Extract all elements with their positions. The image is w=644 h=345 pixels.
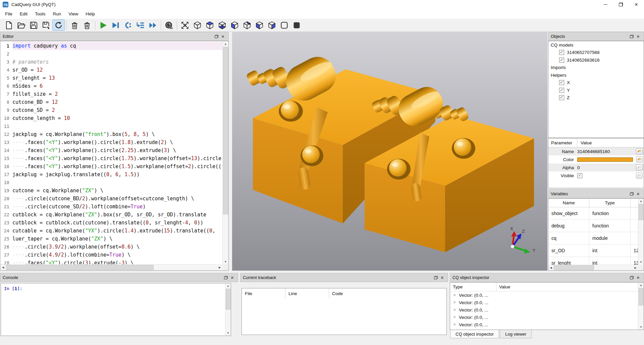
close-dock-button[interactable]: × xyxy=(229,274,235,281)
checkbox[interactable]: ✓ xyxy=(559,88,564,93)
editor-vertical-scrollbar[interactable]: ▲ ▼ xyxy=(222,41,228,264)
tree-item-cq-models[interactable]: CQ models xyxy=(548,41,644,49)
menu-view[interactable]: View xyxy=(65,9,82,19)
variables-vertical-scrollbar[interactable]: ▲ ▼ xyxy=(638,199,644,265)
new-file-button[interactable] xyxy=(3,19,15,31)
inspector-row[interactable]: >Vector: (0.0, ... xyxy=(450,291,644,299)
save-button[interactable] xyxy=(28,19,40,31)
scroll-down-icon: ▼ xyxy=(223,259,228,264)
float-button[interactable] xyxy=(223,274,229,281)
step-in-button[interactable] xyxy=(134,19,147,31)
variable-row-debug[interactable]: debugfunction xyxy=(548,220,644,232)
menu-edit[interactable]: Edit xyxy=(16,9,31,19)
open-file-button[interactable] xyxy=(15,19,28,31)
inspector-row[interactable]: >Vector: (0.0, ... xyxy=(450,314,644,321)
close-dock-button[interactable]: × xyxy=(635,274,641,281)
expand-chevron-icon[interactable]: > xyxy=(450,322,459,327)
inspector-row[interactable]: >Vector: (0.0, ... xyxy=(450,299,644,306)
front-view-button[interactable] xyxy=(228,19,241,31)
tree-item-y[interactable]: ✓Y xyxy=(548,86,644,94)
tree-item-label: Helpers xyxy=(551,73,567,78)
variable-name: debug xyxy=(548,220,589,232)
tree-item-z[interactable]: ✓Z xyxy=(548,94,644,102)
close-dock-button[interactable]: × xyxy=(220,33,226,40)
debug-button[interactable] xyxy=(109,19,122,31)
code-editor[interactable]: 1import cadquery as cq23# parameters4sr_… xyxy=(0,41,222,264)
checkbox[interactable]: ✓ xyxy=(559,95,564,100)
expand-chevron-icon[interactable]: > xyxy=(450,315,459,320)
undo-button[interactable]: ↶ xyxy=(636,156,643,162)
delete-imported-button[interactable] xyxy=(81,19,93,31)
right-view-button[interactable] xyxy=(266,19,278,31)
fit-view-button[interactable] xyxy=(179,19,191,31)
variables-horizontal-scrollbar[interactable]: ◀ ▶ xyxy=(548,265,638,270)
code-line: 28····.faces("<Y").circle(3).extrude(-3)… xyxy=(0,259,222,264)
left-view-button[interactable] xyxy=(253,19,266,31)
step-button[interactable] xyxy=(122,19,134,31)
tree-item-x[interactable]: ✓X xyxy=(548,79,644,87)
menu-help[interactable]: Help xyxy=(82,9,99,19)
close-dock-button[interactable]: × xyxy=(439,274,445,281)
console-vertical-scrollbar[interactable]: ▲ ▼ xyxy=(225,283,231,336)
screenshot-button[interactable] xyxy=(163,19,175,31)
float-button[interactable] xyxy=(629,274,635,281)
menu-tools[interactable]: Tools xyxy=(31,9,49,19)
tab-log-viewer[interactable]: Log viewer xyxy=(500,330,532,338)
save-as-button[interactable] xyxy=(40,19,52,31)
checkbox[interactable]: ✓ xyxy=(577,173,582,178)
tree-item-helpers[interactable]: Helpers xyxy=(548,71,644,79)
inspector-row[interactable]: >Vector: (0.0, ... xyxy=(450,321,644,328)
restore-button[interactable] xyxy=(613,0,629,9)
bottom-dock-tabs: CQ object inspectorLog viewer xyxy=(450,330,532,338)
code-line: 15····.faces("<Y").workplane().circle(1.… xyxy=(0,154,222,162)
expand-chevron-icon[interactable]: > xyxy=(450,293,459,297)
inspector-dock: CQ object inspector × Type Value >Vector… xyxy=(450,273,644,338)
scroll-right-icon: ▶ xyxy=(633,265,638,270)
parameter-row-color[interactable]: Color↶ xyxy=(548,155,644,163)
inspector-vertical-scrollbar[interactable]: ▲ ▼ xyxy=(638,283,644,330)
expand-chevron-icon[interactable]: > xyxy=(450,307,459,312)
tree-item-imports[interactable]: Imports xyxy=(548,64,644,72)
parameter-row-name[interactable]: Name3140646685160↶ xyxy=(548,147,644,155)
re-render-button[interactable] xyxy=(52,19,65,31)
parameter-row-alpha[interactable]: Alpha0↶ xyxy=(548,163,644,171)
continue-button[interactable] xyxy=(147,19,159,31)
tree-item-3140652683616[interactable]: ✓3140652683616 xyxy=(548,56,644,64)
expand-chevron-icon[interactable]: > xyxy=(450,300,459,305)
checkbox[interactable]: ✓ xyxy=(559,58,564,63)
shaded-button[interactable] xyxy=(290,19,303,31)
float-button[interactable] xyxy=(433,274,439,281)
menu-file[interactable]: File xyxy=(1,9,16,19)
inspector-row[interactable]: >Vector: (0.0, ... xyxy=(450,306,644,314)
viewport-3d[interactable]: X Z Y xyxy=(232,32,547,271)
top-view-button[interactable] xyxy=(204,19,216,31)
editor-horizontal-scrollbar[interactable]: ◀ ▶ xyxy=(0,264,222,270)
float-button[interactable] xyxy=(629,33,635,40)
console-dock: Console × In [1]: ▲ ▼ xyxy=(0,273,238,338)
checkbox[interactable]: ✓ xyxy=(559,80,564,85)
wireframe-button[interactable] xyxy=(278,19,290,31)
menu-run[interactable]: Run xyxy=(49,9,65,19)
variable-row-cq[interactable]: cqmodule xyxy=(548,232,644,245)
render-button[interactable] xyxy=(97,19,109,31)
close-dock-button[interactable]: × xyxy=(635,33,641,40)
tab-cq-object-inspector[interactable]: CQ object inspector xyxy=(450,330,499,338)
color-swatch[interactable] xyxy=(577,157,633,162)
iso-view-button[interactable] xyxy=(191,19,204,31)
back-view-button[interactable] xyxy=(241,19,253,31)
console-input-area[interactable]: In [1]: ▲ ▼ xyxy=(1,283,231,336)
checkbox[interactable]: ✓ xyxy=(559,50,564,55)
screenshot-icon xyxy=(164,21,173,30)
variable-row-show_object[interactable]: show_objectfunction xyxy=(548,207,644,220)
close-dock-button[interactable]: × xyxy=(635,191,641,197)
delete-cq-objects-button[interactable] xyxy=(68,19,81,31)
float-button[interactable] xyxy=(629,191,635,197)
bottom-view-button[interactable] xyxy=(216,19,228,31)
parameter-row-visible[interactable]: Visible✓↶ xyxy=(548,171,644,180)
close-button[interactable]: × xyxy=(629,0,644,9)
tree-item-3140652707568[interactable]: ✓3140652707568 xyxy=(548,49,644,57)
float-button[interactable] xyxy=(213,33,220,40)
minimize-button[interactable] xyxy=(598,0,613,9)
variable-row-sr_OD[interactable]: sr_ODint12 xyxy=(548,245,644,257)
undo-button[interactable]: ↶ xyxy=(636,148,643,154)
